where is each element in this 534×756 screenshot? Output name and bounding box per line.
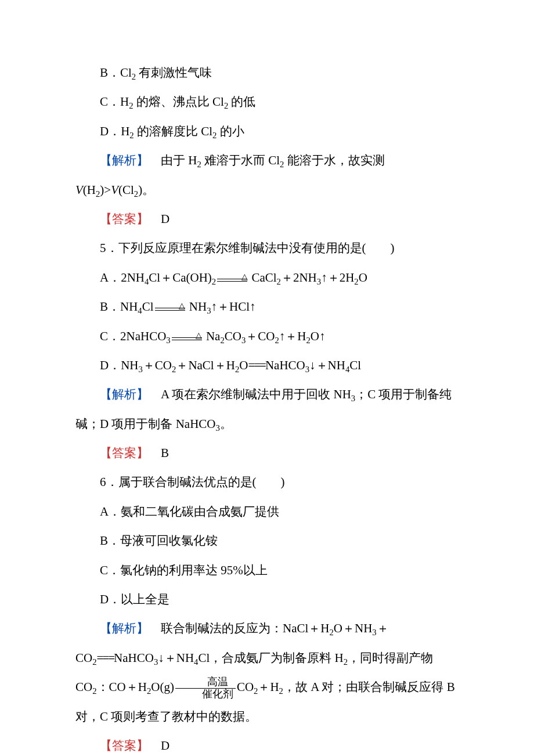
triangle-arrow-icon: △	[217, 271, 247, 287]
option-d: D．H2 的溶解度比 Cl2 的小	[75, 117, 459, 146]
q5-opt-b-lhs: B．NH4Cl	[100, 300, 154, 314]
formula-v2: V	[111, 183, 118, 197]
triangle-arrow-icon: △	[172, 329, 202, 345]
q5-opt-d-lhs: D．NH3＋CO2＋NaCl＋H2O	[100, 358, 248, 372]
q5-opt-c: C．2NaHCO3△ Na2CO3＋CO2↑＋H2O↑	[75, 322, 459, 351]
analysis-label: 【解析】	[100, 621, 149, 635]
formula-end: (Cl2)。	[118, 183, 154, 197]
q6-stem: 6．属于联合制碱法优点的是( )	[75, 467, 459, 496]
equals-icon: ===	[248, 358, 265, 372]
analysis-text: 由于 H2 难溶于水而 Cl2 能溶于水，故实测	[149, 153, 385, 167]
q6-analysis: 【解析】 联合制碱法的反应为：NaCl＋H2O＋NH3＋CO2===NaHCO3…	[75, 614, 459, 731]
formula-mid: (H2)>	[83, 183, 111, 197]
answer-label: 【答案】	[100, 446, 149, 460]
triangle-arrow-icon: △	[155, 300, 185, 316]
q5-opt-b: B．NH4Cl△ NH3↑＋HCl↑	[75, 292, 459, 321]
q5-stem: 5．下列反应原理在索尔维制碱法中没有使用的是( )	[75, 233, 459, 262]
q6-opt-d: D．以上全是	[75, 585, 459, 614]
q5-opt-c-rhs: Na2CO3＋CO2↑＋H2O↑	[203, 329, 326, 343]
q5-opt-a-rhs: CaCl2＋2NH3↑＋2H2O	[248, 271, 367, 285]
q6-opt-b: B．母液可回收氯化铵	[75, 526, 459, 555]
q5-opt-c-lhs: C．2NaHCO3	[100, 329, 171, 343]
option-c: C．H2 的熔、沸点比 Cl2 的低	[75, 87, 459, 116]
answer-value: D	[149, 212, 169, 226]
q5-opt-d-rhs: NaHCO3↓＋NH4Cl	[265, 358, 361, 372]
analysis-label: 【解析】	[100, 387, 149, 401]
q5-answer-value: B	[149, 446, 169, 460]
analysis-block: 【解析】 由于 H2 难溶于水而 Cl2 能溶于水，故实测 V(H2)>V(Cl…	[75, 146, 459, 204]
q5-opt-d: D．NH3＋CO2＋NaCl＋H2O===NaHCO3↓＋NH4Cl	[75, 351, 459, 380]
option-b: B．Cl2 有刺激性气味	[75, 58, 459, 87]
q6-opt-c: C．氯化钠的利用率达 95%以上	[75, 556, 459, 585]
condition-fraction: 高温催化剂	[175, 677, 236, 700]
q5-opt-a: A．2NH4Cl＋Ca(OH)2△ CaCl2＋2NH3↑＋2H2O	[75, 263, 459, 292]
formula-v1: V	[75, 183, 83, 197]
q6-answer-value: D	[149, 739, 169, 753]
q6-opt-a: A．氨和二氧化碳由合成氨厂提供	[75, 497, 459, 526]
q5-opt-b-rhs: NH3↑＋HCl↑	[186, 300, 256, 314]
answer-label: 【答案】	[100, 739, 149, 753]
q6-answer: 【答案】 D	[75, 731, 459, 756]
answer-label: 【答案】	[100, 212, 149, 226]
answer-block: 【答案】 D	[75, 204, 459, 233]
q5-analysis: 【解析】 A 项在索尔维制碱法中用于回收 NH3；C 项用于制备纯碱；D 项用于…	[75, 380, 459, 438]
q5-opt-a-lhs: A．2NH4Cl＋Ca(OH)2	[100, 271, 216, 285]
document-page: B．Cl2 有刺激性气味 C．H2 的熔、沸点比 Cl2 的低 D．H2 的溶解…	[0, 0, 534, 756]
q5-answer: 【答案】 B	[75, 438, 459, 467]
equals-icon: ===	[97, 651, 114, 665]
analysis-label: 【解析】	[100, 153, 149, 167]
